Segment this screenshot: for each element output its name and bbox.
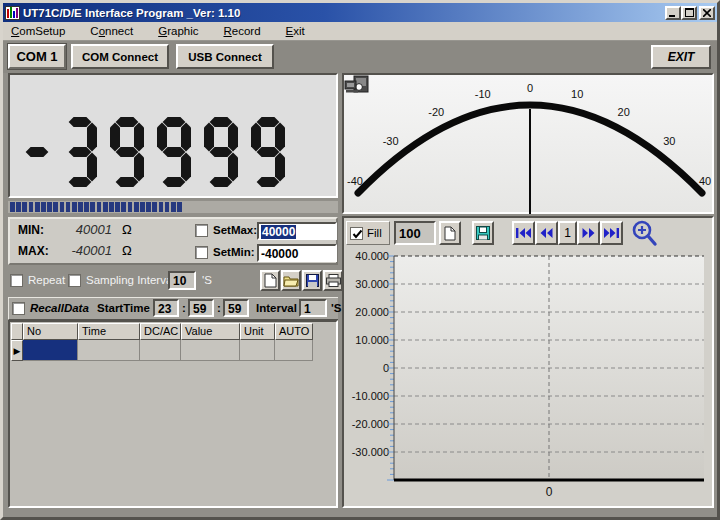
range-progress-bar: [8, 201, 338, 213]
save-button[interactable]: [302, 270, 322, 291]
minimize-icon[interactable]: [665, 6, 681, 20]
table-cell[interactable]: [23, 340, 78, 361]
column-header-auto[interactable]: AUTO: [275, 323, 313, 340]
recall-row: RecallData StartTime 23 : 59 : 59 Interv…: [8, 297, 338, 320]
min-value: 40001: [52, 222, 112, 237]
table-cell[interactable]: [275, 340, 313, 361]
trend-chart: 40.00030.00020.00010.0000-10.000-20.000-…: [346, 250, 712, 506]
zoom-in-icon[interactable]: [631, 220, 659, 247]
fill-option[interactable]: Fill: [346, 221, 390, 245]
fill-checkbox[interactable]: [350, 227, 363, 240]
y-axis-tick-label: -20.000: [352, 418, 389, 430]
seven-segment-digit: [204, 117, 238, 187]
min-unit: Ω: [122, 222, 132, 237]
y-axis-tick-label: 10.000: [355, 334, 389, 346]
setmax-label: SetMax:: [213, 224, 257, 236]
print-button[interactable]: [323, 270, 343, 291]
gauge-dial: -40-30-20-10010203040: [344, 75, 716, 216]
current-row-marker-icon: ▶: [11, 340, 23, 361]
column-header-value[interactable]: Value: [181, 323, 240, 340]
gauge-tick-label: 20: [618, 106, 630, 118]
setmax-checkbox[interactable]: [195, 224, 208, 237]
com-connect-button[interactable]: COM Connect: [71, 44, 169, 69]
record-table: NoTimeDC/ACValueUnitAUTO▶: [8, 320, 338, 508]
sampling-interval-input[interactable]: 10: [168, 271, 196, 290]
gauge-tick-label: -40: [347, 175, 363, 187]
y-axis-tick-label: 30.000: [355, 278, 389, 290]
close-icon[interactable]: [699, 6, 715, 20]
new-file-button[interactable]: [260, 270, 280, 291]
new-file-icon: [264, 273, 277, 288]
column-header-dcac[interactable]: DC/AC: [140, 323, 181, 340]
seven-segment-digit: [63, 117, 97, 187]
page-number-button[interactable]: 1: [558, 221, 577, 245]
second-input[interactable]: 59: [223, 299, 249, 317]
exit-button[interactable]: EXIT: [651, 45, 711, 69]
table-row[interactable]: ▶: [11, 340, 313, 361]
colon: :: [217, 302, 221, 314]
table-cell[interactable]: [240, 340, 275, 361]
sampling-unit-label: 'S: [202, 274, 212, 286]
menu-item-exit[interactable]: Exit: [282, 24, 309, 38]
setmax-input[interactable]: 40000: [257, 222, 337, 240]
column-header-no[interactable]: No: [23, 323, 78, 340]
print-icon: [326, 274, 341, 287]
seven-segment-digit: [110, 117, 144, 187]
toolbar: COM 1 COM Connect USB Connect EXIT: [3, 41, 717, 73]
max-value: -40001: [52, 243, 112, 258]
prev-page-button[interactable]: [535, 221, 558, 245]
maximize-icon[interactable]: [681, 6, 697, 20]
last-page-button[interactable]: [600, 221, 623, 245]
fill-label: Fill: [367, 227, 382, 239]
row-marker-header: [11, 323, 23, 340]
chart-save-button[interactable]: [472, 221, 494, 245]
y-axis-tick-label: 40.000: [355, 250, 389, 262]
column-header-time[interactable]: Time: [78, 323, 140, 340]
table-cell[interactable]: [78, 340, 140, 361]
sampling-interval-checkbox[interactable]: [68, 274, 81, 287]
com-port-indicator: COM 1: [8, 44, 66, 69]
column-header-unit[interactable]: Unit: [240, 323, 275, 340]
seven-segment-digit: [157, 117, 191, 187]
new-file-icon: [444, 226, 456, 241]
open-folder-icon: [283, 274, 299, 287]
menu-item-comsetup[interactable]: ComSetup: [7, 24, 69, 38]
gauge-tick-label: 10: [571, 88, 583, 100]
table-cell[interactable]: [140, 340, 181, 361]
seven-segment-digit: [251, 117, 285, 187]
app-icon: [5, 6, 20, 20]
y-axis-tick-label: -30.000: [352, 446, 389, 458]
recall-checkbox[interactable]: [12, 302, 25, 315]
gauge-tick-label: -30: [383, 135, 399, 147]
hour-input[interactable]: 23: [153, 299, 179, 317]
minmax-panel: MIN: 40001 Ω MAX: -40001 Ω SetMax: 40000…: [8, 217, 338, 265]
gauge-tick-label: 40: [699, 175, 711, 187]
window-title: UT71C/D/E Interface Program _Ver: 1.10: [23, 7, 663, 19]
max-unit: Ω: [122, 243, 132, 258]
minute-input[interactable]: 59: [188, 299, 214, 317]
open-file-button[interactable]: [281, 270, 301, 291]
gauge-tick-label: -10: [475, 88, 491, 100]
sampling-row: Repeat Sampling Interval 10 'S: [8, 269, 338, 293]
min-label: MIN:: [18, 223, 44, 237]
table-cell[interactable]: [181, 340, 240, 361]
setmin-checkbox[interactable]: [195, 246, 208, 259]
gauge-tick-label: 0: [527, 82, 533, 94]
menu-item-record[interactable]: Record: [219, 24, 264, 38]
meter-value: [20, 117, 285, 187]
seven-segment-digit: [20, 117, 50, 187]
chart-new-button[interactable]: [439, 221, 461, 245]
menu-item-graphic[interactable]: Graphic: [154, 24, 202, 38]
repeat-label: Repeat: [28, 274, 65, 286]
title-bar: UT71C/D/E Interface Program _Ver: 1.10: [3, 3, 717, 22]
starttime-label: StartTime: [97, 302, 150, 314]
repeat-checkbox[interactable]: [10, 274, 23, 287]
points-input[interactable]: 100: [394, 221, 436, 245]
first-page-button[interactable]: [512, 221, 535, 245]
menu-item-connect[interactable]: Connect: [86, 24, 137, 38]
usb-connect-button[interactable]: USB Connect: [176, 44, 274, 69]
recall-interval-input[interactable]: 1: [299, 299, 327, 317]
setmin-input[interactable]: -40000: [257, 244, 337, 262]
gauge-tick-label: 30: [663, 135, 675, 147]
next-page-button[interactable]: [577, 221, 600, 245]
